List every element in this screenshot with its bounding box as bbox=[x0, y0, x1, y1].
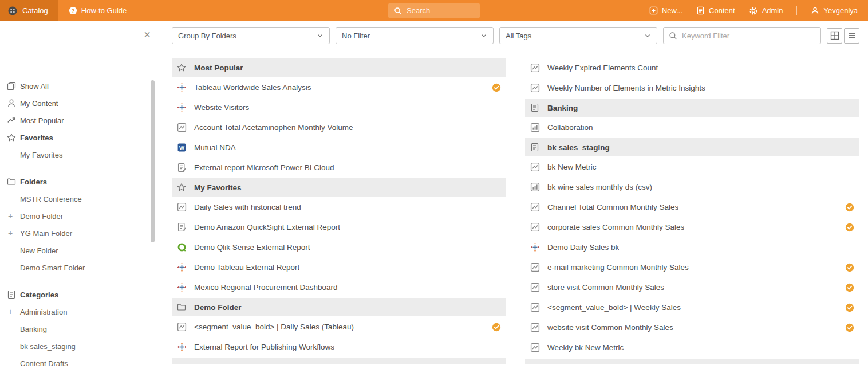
item-label: Mutual NDA bbox=[194, 143, 236, 152]
list-item[interactable]: bk wine sales monthly ds (csv) bbox=[525, 177, 859, 197]
search-input[interactable] bbox=[407, 6, 474, 15]
item-label: Daily Sales with historical trend bbox=[194, 203, 301, 211]
item-label: Weekly Number of Elements in Metric Insi… bbox=[547, 84, 705, 92]
list-item[interactable]: Collaboration bbox=[525, 117, 859, 138]
list-item[interactable]: website visit Common Monthly Sales bbox=[525, 317, 859, 337]
filter-select[interactable]: No Filter bbox=[336, 27, 494, 44]
list-item[interactable]: store visit Common Monthly Sales bbox=[525, 277, 859, 297]
list-item[interactable]: e-mail marketing Common Monthly Sales bbox=[525, 257, 859, 277]
sidebar: × Show AllMy ContentMost PopularFavorite… bbox=[0, 21, 160, 369]
sidebar-item-most-popular[interactable]: Most Popular bbox=[0, 112, 160, 129]
list-item[interactable]: Daily Sales with historical trend bbox=[172, 197, 506, 217]
sidebar-item-my-content[interactable]: My Content bbox=[0, 95, 160, 112]
list-view-button[interactable] bbox=[844, 28, 859, 44]
sidebar-scrollbar[interactable] bbox=[151, 80, 155, 350]
metric-icon bbox=[530, 63, 540, 73]
certified-icon bbox=[845, 223, 854, 232]
topbar-right: New... Content Admin Yevgeniya bbox=[649, 0, 868, 21]
list-item[interactable]: Demo Tableau External Report bbox=[172, 257, 506, 277]
gear-icon bbox=[749, 6, 758, 15]
list-item[interactable]: Weekly Number of Elements in Metric Insi… bbox=[525, 78, 859, 98]
close-icon[interactable]: × bbox=[141, 28, 153, 41]
howto-guide-link[interactable]: ? How-to Guide bbox=[58, 0, 137, 21]
sidebar-item-mstr-conference[interactable]: MSTR Conference bbox=[0, 190, 160, 207]
sidebar-item-label: Show All bbox=[20, 82, 49, 91]
admin-menu[interactable]: Admin bbox=[749, 6, 783, 15]
sidebar-item-bk-sales-staging[interactable]: bk sales_staging bbox=[0, 337, 160, 355]
list-item[interactable]: WMutual NDA bbox=[172, 138, 506, 158]
sidebar-item-banking[interactable]: Banking bbox=[0, 320, 160, 337]
dataset-icon bbox=[530, 123, 540, 132]
section-header-label: Demo Folder bbox=[194, 303, 242, 312]
sidebar-item-label: My Favorites bbox=[20, 151, 62, 159]
expand-plus-icon[interactable]: + bbox=[8, 229, 16, 238]
tableau-icon bbox=[177, 83, 187, 92]
list-item[interactable]: Website Visitors bbox=[172, 97, 506, 117]
list-item[interactable]: Demo Qlik Sense External Report bbox=[172, 237, 506, 257]
list-item[interactable]: Tableau Worldwide Sales Analysis bbox=[172, 77, 506, 97]
item-label: Demo Qlik Sense External Report bbox=[194, 243, 310, 252]
list-item[interactable]: Demo Amazon QuickSight External Report bbox=[172, 217, 506, 237]
sidebar-item-new-folder[interactable]: New Folder bbox=[0, 242, 160, 259]
list-item[interactable]: Channel Total Common Monthly Sales bbox=[525, 197, 859, 217]
list-item[interactable]: External report Microsoft Power BI Cloud bbox=[172, 158, 506, 178]
sidebar-item-administration[interactable]: +Administration bbox=[0, 303, 160, 320]
certified-icon bbox=[845, 303, 854, 312]
admin-label: Admin bbox=[762, 6, 783, 15]
sidebar-item-label: New Folder bbox=[20, 246, 58, 255]
topbar: Catalog ? How-to Guide New... Content bbox=[0, 0, 868, 21]
list-item[interactable]: bk New Metric bbox=[525, 157, 859, 177]
item-label: e-mail marketing Common Monthly Sales bbox=[547, 263, 689, 272]
scrollbar-thumb[interactable] bbox=[151, 80, 155, 242]
new-button[interactable]: New... bbox=[649, 6, 682, 15]
tableau-icon bbox=[177, 103, 187, 112]
expand-plus-icon[interactable]: + bbox=[8, 307, 16, 316]
section-header-label: Banking bbox=[547, 104, 578, 112]
topbar-search[interactable] bbox=[388, 3, 480, 18]
certified-icon bbox=[492, 323, 501, 332]
keyword-filter[interactable] bbox=[663, 27, 821, 44]
list-item[interactable]: <segment_value_bold> | Weekly Sales bbox=[525, 297, 859, 317]
grid-view-button[interactable] bbox=[827, 28, 842, 44]
list-item[interactable]: Demo Daily Sales bk bbox=[525, 237, 859, 257]
metric-icon bbox=[530, 303, 540, 312]
list-item[interactable]: External Report for Publishing Workflows bbox=[172, 337, 506, 357]
list-item[interactable]: Account Total Acetaminophen Monthly Volu… bbox=[172, 117, 506, 138]
sidebar-item-categories[interactable]: Categories bbox=[0, 286, 160, 303]
sidebar-item-show-all[interactable]: Show All bbox=[0, 77, 160, 95]
dataset-icon bbox=[530, 182, 540, 192]
sidebar-item-my-favorites[interactable]: My Favorites bbox=[0, 146, 160, 163]
metric-icon bbox=[177, 322, 187, 332]
list-item[interactable]: <segment_value_bold> | Daily Sales (Tabl… bbox=[172, 317, 506, 337]
sidebar-item-demo-smart-folder[interactable]: Demo Smart Folder bbox=[0, 259, 160, 276]
list-item[interactable]: Weekly Expired Elements Count bbox=[525, 58, 859, 78]
expand-plus-icon[interactable]: + bbox=[8, 211, 16, 221]
list-item[interactable]: Weekly bk New Metric bbox=[525, 337, 859, 358]
sidebar-item-folders[interactable]: Folders bbox=[0, 173, 160, 190]
list-item[interactable]: corporate sales Common Monthly Sales bbox=[525, 217, 859, 237]
sidebar-item-yg-main-folder[interactable]: +YG Main Folder bbox=[0, 225, 160, 242]
item-label: External Report for Publishing Workflows bbox=[194, 343, 334, 351]
list-column-left: Most PopularTableau Worldwide Sales Anal… bbox=[172, 58, 506, 364]
new-plus-icon bbox=[649, 6, 658, 15]
metric-icon bbox=[530, 323, 540, 332]
catalog-tab[interactable]: Catalog bbox=[0, 0, 58, 21]
svg-text:W: W bbox=[179, 144, 184, 151]
certified-icon bbox=[492, 83, 501, 92]
list-item[interactable]: Mexico Regional Procurement Dashboard bbox=[172, 277, 506, 297]
search-icon bbox=[669, 32, 677, 40]
sidebar-item-favorites[interactable]: Favorites bbox=[0, 129, 160, 146]
section-header: Demo Folder bbox=[172, 298, 506, 316]
catalog-label: Catalog bbox=[22, 6, 48, 15]
tags-select[interactable]: All Tags bbox=[499, 27, 657, 44]
group-by-select[interactable]: Group By Folders bbox=[172, 27, 330, 44]
sidebar-item-content-drafts[interactable]: Content Drafts bbox=[0, 355, 160, 369]
sidebar-item-demo-folder[interactable]: +Demo Folder bbox=[0, 207, 160, 225]
metric-icon bbox=[177, 202, 187, 212]
tableau-icon bbox=[530, 242, 540, 252]
metric-icon bbox=[530, 262, 540, 272]
keyword-filter-input[interactable] bbox=[682, 32, 815, 40]
user-menu[interactable]: Yevgeniya bbox=[811, 6, 858, 15]
content-menu[interactable]: Content bbox=[696, 6, 735, 15]
category-icon bbox=[530, 103, 540, 113]
